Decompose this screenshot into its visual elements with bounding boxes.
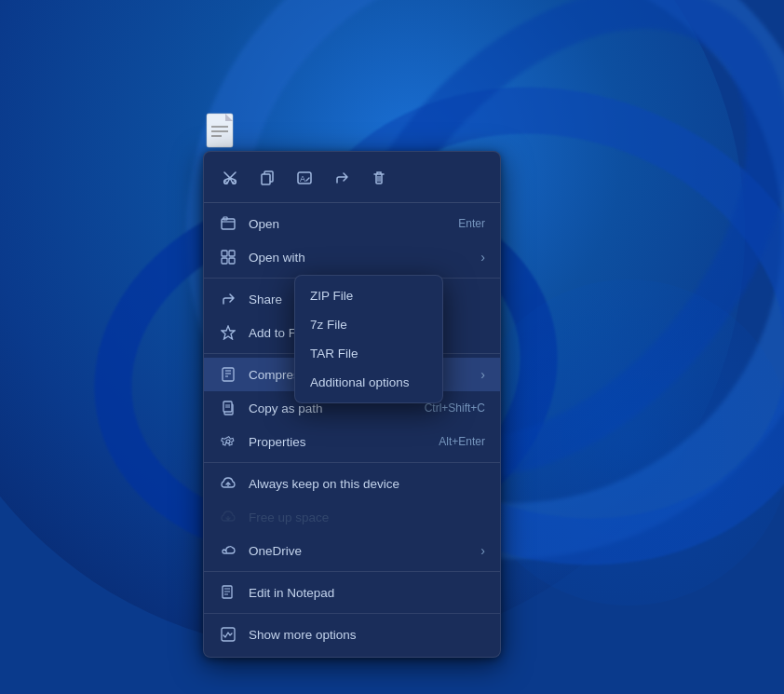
menu-item-onedrive[interactable]: OneDrive ›	[204, 534, 500, 567]
7z-label: 7z File	[310, 318, 427, 332]
open-with-arrow: ›	[480, 250, 485, 265]
delete-button[interactable]	[364, 163, 394, 193]
copy-path-shortcut: Ctrl+Shift+C	[425, 401, 485, 415]
onedrive-label: OneDrive	[249, 544, 477, 558]
open-icon	[219, 214, 237, 233]
svg-rect-19	[229, 258, 235, 264]
divider-5	[204, 613, 500, 614]
submenu-item-tar[interactable]: TAR File	[295, 339, 442, 368]
properties-label: Properties	[249, 435, 431, 449]
open-with-label: Open with	[249, 251, 477, 265]
zip-label: ZIP File	[310, 289, 427, 303]
more-options-label: Show more options	[249, 628, 485, 642]
edit-notepad-icon	[219, 583, 237, 602]
menu-item-properties[interactable]: Properties Alt+Enter	[204, 425, 500, 458]
divider-4	[204, 571, 500, 572]
svg-point-5	[224, 182, 227, 184]
additional-options-label: Additional options	[310, 375, 427, 389]
submenu-item-7z[interactable]: 7z File	[295, 310, 442, 339]
open-shortcut: Enter	[458, 217, 485, 230]
menu-item-open[interactable]: Open Enter	[204, 207, 500, 240]
favorites-icon	[219, 323, 237, 342]
cut-button[interactable]	[215, 163, 245, 193]
divider-3	[204, 462, 500, 463]
onedrive-arrow: ›	[480, 543, 485, 558]
svg-rect-18	[222, 258, 227, 264]
copy-icon	[260, 170, 275, 185]
tar-label: TAR File	[310, 347, 427, 361]
svg-rect-36	[222, 628, 235, 641]
svg-line-11	[306, 178, 309, 181]
copy-path-icon	[219, 399, 237, 417]
file-icon[interactable]	[196, 112, 251, 156]
properties-icon	[219, 432, 237, 451]
open-with-icon	[219, 248, 237, 266]
svg-rect-16	[222, 251, 227, 256]
rename-button[interactable]: A	[290, 163, 319, 193]
svg-rect-17	[229, 251, 235, 256]
cut-icon	[223, 170, 237, 185]
svg-rect-14	[222, 219, 235, 229]
onedrive-icon	[219, 541, 237, 560]
menu-item-free-space[interactable]: Free up space	[204, 500, 500, 534]
copy-button[interactable]	[252, 163, 282, 193]
keep-device-label: Always keep on this device	[249, 477, 485, 491]
share-toolbar-button[interactable]	[327, 163, 357, 193]
svg-point-6	[234, 182, 237, 184]
more-options-icon	[219, 625, 237, 644]
file-icon-svg	[205, 112, 242, 156]
edit-notepad-label: Edit in Notepad	[249, 586, 485, 600]
free-space-icon	[219, 508, 237, 526]
toolbar-row: A	[204, 157, 500, 203]
compress-icon	[219, 365, 237, 384]
submenu-item-zip[interactable]: ZIP File	[295, 281, 442, 310]
rename-icon: A	[297, 170, 312, 185]
svg-rect-8	[262, 174, 270, 184]
keep-device-icon	[219, 474, 237, 493]
submenu-item-additional[interactable]: Additional options	[295, 368, 442, 397]
svg-rect-21	[223, 368, 234, 381]
free-space-label: Free up space	[249, 510, 485, 524]
compress-arrow: ›	[480, 367, 485, 382]
svg-text:A: A	[300, 174, 305, 184]
open-label: Open	[249, 217, 451, 231]
menu-item-edit-notepad[interactable]: Edit in Notepad	[204, 576, 500, 609]
share-icon	[219, 290, 237, 308]
compress-submenu: ZIP File 7z File TAR File Additional opt…	[294, 275, 443, 403]
delete-icon	[372, 170, 386, 185]
share-toolbar-icon	[334, 170, 349, 185]
context-menu: A Open Enter Open with ›	[203, 151, 501, 658]
menu-item-open-with[interactable]: Open with ›	[204, 240, 500, 274]
svg-marker-20	[222, 326, 235, 339]
menu-item-keep-device[interactable]: Always keep on this device	[204, 467, 500, 500]
menu-item-more-options[interactable]: Show more options	[204, 618, 500, 651]
properties-shortcut: Alt+Enter	[439, 435, 485, 448]
